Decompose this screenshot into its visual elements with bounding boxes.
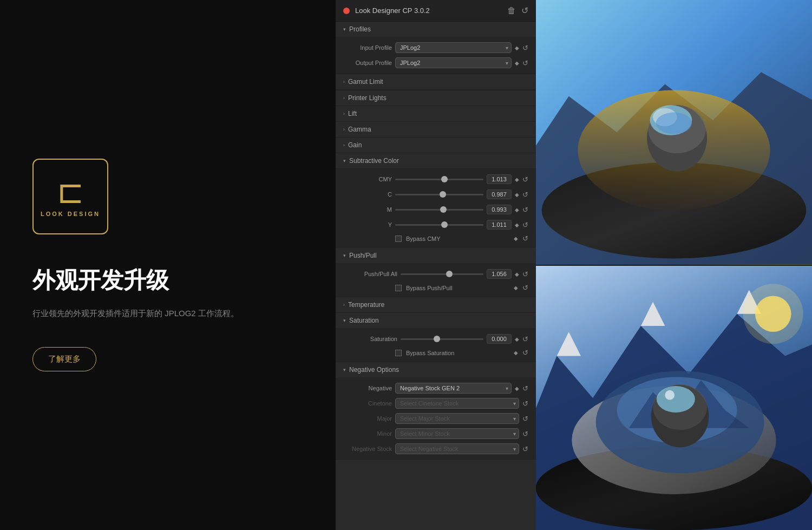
saturation-slider[interactable] <box>401 338 483 340</box>
logo-icon: ⊏ <box>57 176 84 208</box>
output-profile-wrapper[interactable]: JPLog2 <box>395 57 512 68</box>
bypass-sat-diamond[interactable]: ◆ <box>514 350 518 356</box>
m-reset[interactable]: ↺ <box>522 206 528 214</box>
subtractive-header[interactable]: ▾ Subtractive Color <box>336 153 536 168</box>
minor-label: Minor <box>343 430 392 437</box>
svg-point-24 <box>665 390 675 400</box>
gamma-header[interactable]: › Gamma <box>336 122 536 138</box>
saturation-reset[interactable]: ↺ <box>522 335 528 343</box>
cinetone-reset[interactable]: ↺ <box>522 400 528 408</box>
saturation-diamond[interactable]: ◆ <box>515 336 519 342</box>
gamut-label: Gamut Limit <box>348 78 383 86</box>
lift-header[interactable]: › Lift <box>336 106 536 122</box>
temperature-chevron: › <box>343 302 345 307</box>
negstock-reset[interactable]: ↺ <box>522 445 528 453</box>
negstock-wrapper[interactable]: Select Negative Stock <box>395 443 519 454</box>
input-profile-row: Input Profile JPLog2 ◆ ↺ <box>336 40 536 55</box>
temperature-header[interactable]: › Temperature <box>336 297 536 313</box>
cmy-reset[interactable]: ↺ <box>522 175 528 184</box>
logo-container: ⊏ LOOK DESIGN <box>32 159 108 234</box>
bypass-pushpull-diamond[interactable]: ◆ <box>514 285 518 291</box>
cinetone-wrapper[interactable]: Select Cinetone Stock <box>395 398 519 409</box>
printer-header[interactable]: › Printer Lights <box>336 90 536 106</box>
printer-chevron: › <box>343 95 345 101</box>
c-thumb <box>440 191 446 198</box>
negative-wrapper[interactable]: Negative Stock GEN 2 Negative Stock GEN … <box>395 383 512 394</box>
output-profile-select[interactable]: JPLog2 <box>395 57 512 68</box>
minor-wrapper[interactable]: Select Minor Stock <box>395 428 519 439</box>
temperature-label: Temperature <box>348 301 384 309</box>
m-diamond[interactable]: ◆ <box>515 207 519 213</box>
negative-select[interactable]: Negative Stock GEN 2 Negative Stock GEN … <box>395 383 512 394</box>
saturation-section: ▾ Saturation Saturation 0.000 ◆ ↺ Bypass… <box>336 313 536 362</box>
subtractive-label: Subtractive Color <box>349 157 399 165</box>
bypass-pushpull-reset[interactable]: ↺ <box>522 284 528 292</box>
pushpull-all-reset[interactable]: ↺ <box>522 270 528 278</box>
cmy-slider[interactable] <box>395 179 483 180</box>
output-profile-reset[interactable]: ↺ <box>522 59 528 67</box>
c-slider[interactable] <box>395 194 483 195</box>
saturation-chevron: ▾ <box>343 318 346 323</box>
trash-icon[interactable]: 🗑 <box>507 6 516 16</box>
profiles-section: ▾ Profiles Input Profile JPLog2 ◆ ↺ Outp… <box>336 22 536 74</box>
m-label: M <box>343 206 392 213</box>
y-slider[interactable] <box>395 224 483 226</box>
profiles-content: Input Profile JPLog2 ◆ ↺ Output Profile … <box>336 37 536 74</box>
major-select[interactable]: Select Major Stock <box>395 413 519 424</box>
preview-bottom <box>536 266 812 531</box>
major-reset[interactable]: ↺ <box>522 415 528 423</box>
plugin-body: ▾ Profiles Input Profile JPLog2 ◆ ↺ Outp… <box>336 22 536 530</box>
pushpull-all-slider[interactable] <box>401 273 483 275</box>
learn-more-button[interactable]: 了解更多 <box>32 347 96 371</box>
printer-label: Printer Lights <box>348 94 387 102</box>
y-reset[interactable]: ↺ <box>522 221 528 229</box>
major-wrapper[interactable]: Select Major Stock <box>395 413 519 424</box>
y-value: 1.011 <box>487 220 512 230</box>
negstock-select[interactable]: Select Negative Stock <box>395 443 519 454</box>
main-title: 外观开发升级 <box>32 267 169 294</box>
bypass-sat-reset[interactable]: ↺ <box>522 349 528 357</box>
input-profile-reset[interactable]: ↺ <box>522 44 528 52</box>
pushpull-chevron: ▾ <box>343 253 346 258</box>
gain-header[interactable]: › Gain <box>336 138 536 153</box>
saturation-thumb <box>434 336 440 342</box>
cinetone-row: Cinetone Select Cinetone Stock ↺ <box>336 396 536 411</box>
subtractive-chevron: ▾ <box>343 158 346 163</box>
bypass-cmy-reset[interactable]: ↺ <box>522 234 528 243</box>
negative-reset[interactable]: ↺ <box>522 384 528 392</box>
cmy-row: CMY 1.013 ◆ ↺ <box>336 172 536 187</box>
c-row: C 0.987 ◆ ↺ <box>336 187 536 202</box>
input-profile-wrapper[interactable]: JPLog2 <box>395 42 512 53</box>
minor-reset[interactable]: ↺ <box>522 430 528 438</box>
reset-icon[interactable]: ↺ <box>521 5 528 16</box>
input-profile-diamond[interactable]: ◆ <box>515 45 519 51</box>
bypass-pushpull-checkbox[interactable] <box>395 285 402 291</box>
c-diamond[interactable]: ◆ <box>515 192 519 198</box>
c-reset[interactable]: ↺ <box>522 191 528 199</box>
gamma-section: › Gamma <box>336 122 536 138</box>
pushpull-all-row: Push/Pull All 1.056 ◆ ↺ <box>336 266 536 282</box>
lift-chevron: › <box>343 111 345 116</box>
y-diamond[interactable]: ◆ <box>515 222 519 228</box>
gamut-header[interactable]: › Gamut Limit <box>336 74 536 90</box>
m-slider[interactable] <box>395 209 483 211</box>
negative-header[interactable]: ▾ Negative Options <box>336 362 536 377</box>
negative-diamond[interactable]: ◆ <box>515 385 519 391</box>
pushpull-all-diamond[interactable]: ◆ <box>515 271 519 277</box>
saturation-header[interactable]: ▾ Saturation <box>336 313 536 328</box>
minor-select[interactable]: Select Minor Stock <box>395 428 519 439</box>
bypass-cmy-diamond[interactable]: ◆ <box>514 235 518 241</box>
profiles-header[interactable]: ▾ Profiles <box>336 22 536 37</box>
input-profile-select[interactable]: JPLog2 <box>395 42 512 53</box>
preview-top <box>536 0 812 265</box>
cmy-diamond[interactable]: ◆ <box>515 176 519 182</box>
cmy-value: 1.013 <box>487 174 512 184</box>
gamma-chevron: › <box>343 127 345 132</box>
cinetone-select[interactable]: Select Cinetone Stock <box>395 398 519 409</box>
bypass-saturation-checkbox[interactable] <box>395 350 402 356</box>
bypass-cmy-checkbox[interactable] <box>395 235 402 242</box>
pushpull-all-value: 1.056 <box>487 269 512 279</box>
negative-section: ▾ Negative Options Negative Negative Sto… <box>336 362 536 460</box>
output-profile-diamond[interactable]: ◆ <box>515 60 519 66</box>
pushpull-header[interactable]: ▾ Push/Pull <box>336 248 536 263</box>
